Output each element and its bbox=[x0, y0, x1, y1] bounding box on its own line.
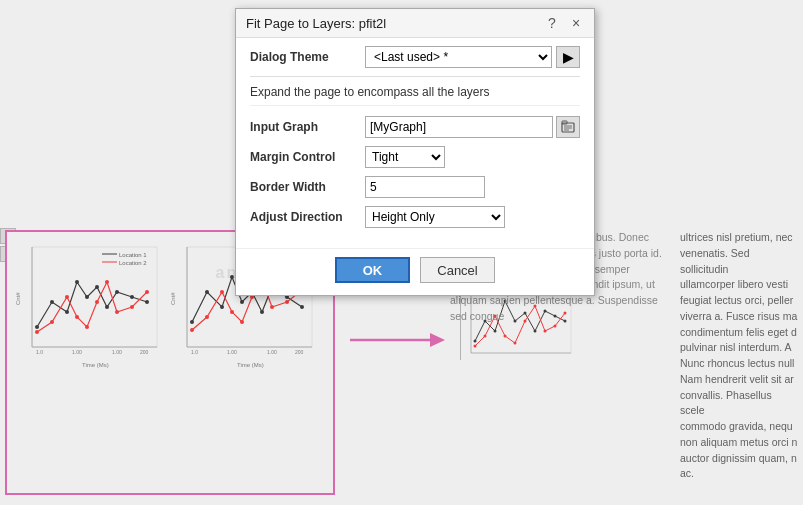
input-graph-row: Input Graph bbox=[250, 116, 580, 138]
theme-select[interactable]: <Last used> * bbox=[365, 46, 552, 68]
adjust-direction-row: Adjust Direction Height Only Width Only … bbox=[250, 206, 580, 228]
dialog-titlebar: Fit Page to Layers: pfit2l ? × bbox=[236, 9, 594, 38]
dialog: Fit Page to Layers: pfit2l ? × Dialog Th… bbox=[235, 8, 595, 296]
dialog-footer: OK Cancel bbox=[236, 248, 594, 295]
adjust-direction-select[interactable]: Height Only Width Only Both bbox=[365, 206, 505, 228]
theme-row: Dialog Theme <Last used> * ▶ bbox=[250, 46, 580, 77]
theme-arrow-button[interactable]: ▶ bbox=[556, 46, 580, 68]
input-graph-label: Input Graph bbox=[250, 120, 365, 134]
adjust-direction-label: Adjust Direction bbox=[250, 210, 365, 224]
margin-control-select[interactable]: Tight Normal Loose bbox=[365, 146, 445, 168]
border-width-field[interactable] bbox=[365, 176, 485, 198]
border-width-label: Border Width bbox=[250, 180, 365, 194]
dialog-controls: ? × bbox=[544, 15, 584, 31]
cancel-button[interactable]: Cancel bbox=[420, 257, 495, 283]
dialog-body: Dialog Theme <Last used> * ▶ Expand the … bbox=[236, 38, 594, 248]
margin-control-label: Margin Control bbox=[250, 150, 365, 164]
input-graph-browse-button[interactable] bbox=[556, 116, 580, 138]
dialog-title: Fit Page to Layers: pfit2l bbox=[246, 16, 386, 31]
browse-icon bbox=[561, 120, 575, 134]
dialog-description: Expand the page to encompass all the lay… bbox=[250, 85, 580, 106]
ok-button[interactable]: OK bbox=[335, 257, 410, 283]
margin-control-row: Margin Control Tight Normal Loose bbox=[250, 146, 580, 168]
close-button[interactable]: × bbox=[568, 15, 584, 31]
border-width-row: Border Width bbox=[250, 176, 580, 198]
help-button[interactable]: ? bbox=[544, 15, 560, 31]
theme-label: Dialog Theme bbox=[250, 50, 365, 64]
input-graph-field[interactable] bbox=[365, 116, 553, 138]
